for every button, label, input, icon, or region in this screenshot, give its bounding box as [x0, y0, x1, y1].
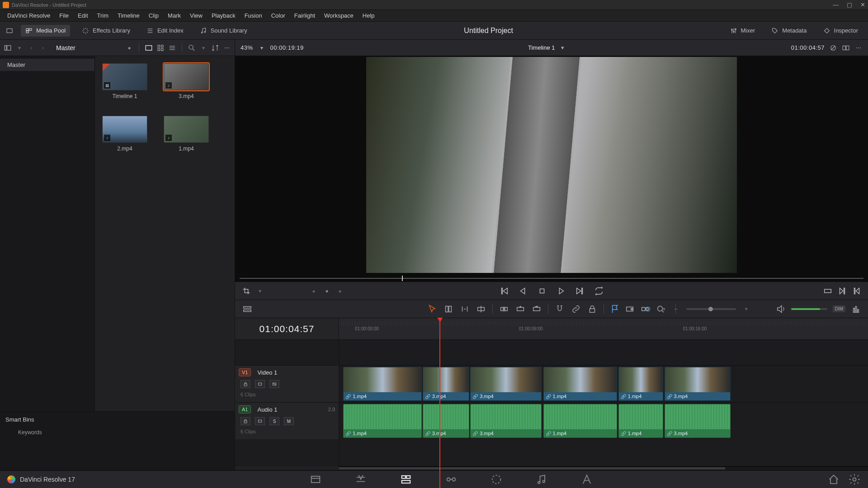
detail-zoom-icon[interactable]	[640, 304, 650, 314]
go-end-icon[interactable]	[575, 286, 585, 296]
sort-icon[interactable]	[211, 44, 219, 52]
step-back-icon[interactable]	[518, 286, 528, 296]
viewer-options-icon[interactable]: ⋯	[854, 44, 863, 52]
overwrite-clip-icon[interactable]	[515, 304, 525, 314]
mixer-toggle[interactable]: Mixer	[726, 25, 760, 37]
snap-icon[interactable]	[555, 304, 565, 314]
audio-clip[interactable]: 🔗3.mp4	[470, 404, 542, 438]
bin-path[interactable]: Master	[51, 44, 85, 52]
track-disable-icon[interactable]	[269, 380, 279, 388]
menu-app[interactable]: DaVinci Resolve	[3, 10, 55, 21]
video-clip[interactable]: 🔗1.mp4	[543, 367, 618, 401]
video-clip[interactable]: 🔗3.mp4	[470, 367, 542, 401]
video-clip[interactable]: 🔗3.mp4	[665, 367, 731, 401]
zoom-slider[interactable]	[686, 308, 736, 310]
bin-item-timeline[interactable]: ▦ Timeline 1	[102, 63, 147, 99]
timeline-timecode[interactable]: 01:00:04:57	[235, 318, 339, 339]
full-extent-icon[interactable]	[625, 304, 635, 314]
bypass-fx-icon[interactable]	[829, 44, 837, 52]
audio-clip[interactable]: 🔗1.mp4	[543, 404, 618, 438]
menu-trim[interactable]: Trim	[93, 10, 113, 21]
list-view-icon[interactable]	[168, 44, 176, 52]
video-clip[interactable]: 🔗3.mp4	[423, 367, 469, 401]
next-edit-icon[interactable]	[837, 286, 847, 296]
zoom-out-icon[interactable]: −	[671, 304, 681, 314]
nav-fwd-icon[interactable]: ›	[39, 44, 47, 52]
search-dropdown-icon[interactable]: ▾	[199, 44, 208, 52]
blade-tool-icon[interactable]	[476, 304, 486, 314]
menu-help[interactable]: Help	[358, 10, 379, 21]
audio-clip[interactable]: 🔗3.mp4	[423, 404, 469, 438]
search-icon[interactable]	[188, 44, 196, 52]
effects-library-toggle[interactable]: Effects Library	[77, 25, 135, 37]
playhead[interactable]	[439, 318, 440, 488]
volume-slider[interactable]	[791, 308, 827, 310]
settings-icon[interactable]	[848, 473, 861, 486]
dual-viewer-icon[interactable]	[842, 44, 850, 52]
sound-library-toggle[interactable]: Sound Library	[195, 25, 252, 37]
match-frame-next-icon[interactable]: ▸	[335, 286, 345, 296]
track-lock-icon[interactable]	[241, 417, 250, 425]
home-icon[interactable]	[827, 473, 840, 486]
smart-bins-header[interactable]: Smart Bins	[5, 416, 229, 423]
thumb-view-active-icon[interactable]	[145, 44, 153, 52]
menu-dots-icon[interactable]: ⋯	[223, 44, 231, 52]
fairlight-page-icon[interactable]	[535, 473, 548, 486]
source-timecode[interactable]: 00:00:19:19	[270, 44, 304, 51]
color-page-icon[interactable]	[490, 473, 503, 486]
timeline-ruler[interactable]: 01:00:00:00 01:00:08:00 01:00:16:00	[339, 318, 868, 339]
a1-dest-badge[interactable]: A1	[239, 405, 251, 413]
stop-icon[interactable]	[537, 286, 547, 296]
bin-item-clip[interactable]: ♪ 1.mp4	[164, 116, 209, 152]
viewer-scrub[interactable]	[240, 275, 863, 282]
auto-select-icon[interactable]	[255, 417, 265, 425]
tree-master[interactable]: Master	[0, 59, 94, 71]
crop-mode-icon[interactable]	[241, 286, 251, 296]
fusion-page-icon[interactable]	[445, 473, 458, 486]
sidebar-toggle-icon[interactable]	[4, 44, 12, 52]
v1-dest-badge[interactable]: V1	[239, 368, 251, 376]
nav-back-icon[interactable]: ‹	[27, 44, 35, 52]
video-clip[interactable]: 🔗1.mp4	[618, 367, 663, 401]
scrub-head[interactable]	[402, 276, 403, 281]
timeline-minimap[interactable]	[339, 466, 868, 470]
menu-playback[interactable]: Playback	[207, 10, 240, 21]
zoom-percent[interactable]: 43%	[241, 44, 253, 51]
menu-edit[interactable]: Edit	[73, 10, 92, 21]
bin-item-clip[interactable]: ♪ 3.mp4	[164, 63, 209, 99]
flag-icon[interactable]	[610, 304, 620, 314]
edit-index-toggle[interactable]: Edit Index	[142, 25, 188, 37]
custom-zoom-icon[interactable]	[656, 304, 665, 314]
audio-clip[interactable]: 🔗1.mp4	[343, 404, 421, 438]
cut-page-icon[interactable]	[354, 473, 367, 486]
zoom-dropdown-icon[interactable]: ▾	[258, 44, 266, 52]
link-icon[interactable]	[571, 304, 581, 314]
match-frame-dot-icon[interactable]: ●	[322, 286, 332, 296]
record-timecode[interactable]: 01:00:04:57	[791, 44, 825, 51]
grid-view-icon[interactable]	[156, 44, 165, 52]
audio-clip[interactable]: 🔗3.mp4	[665, 404, 731, 438]
zoom-in-icon[interactable]: +	[741, 304, 751, 314]
close-button[interactable]: ✕	[860, 1, 865, 8]
inspector-toggle[interactable]: Inspector	[819, 25, 863, 37]
menu-timeline[interactable]: Timeline	[113, 10, 144, 21]
minimize-button[interactable]: —	[833, 1, 839, 8]
match-frame-prev-icon[interactable]: ◂	[308, 286, 318, 296]
menu-color[interactable]: Color	[267, 10, 290, 21]
deliver-page-icon[interactable]	[580, 473, 593, 486]
menu-view[interactable]: View	[185, 10, 207, 21]
menu-clip[interactable]: Clip	[144, 10, 163, 21]
smart-bins-keywords[interactable]: Keywords	[5, 429, 229, 436]
menu-fairlight[interactable]: Fairlight	[290, 10, 320, 21]
loop-icon[interactable]	[594, 286, 604, 296]
menu-file[interactable]: File	[55, 10, 73, 21]
maximize-button[interactable]: ▢	[847, 1, 852, 8]
crop-dropdown-icon[interactable]: ▾	[255, 286, 265, 296]
insert-clip-icon[interactable]	[499, 304, 509, 314]
lock-icon[interactable]	[587, 304, 597, 314]
viewer[interactable]	[235, 56, 868, 282]
metadata-toggle[interactable]: Metadata	[767, 25, 811, 37]
go-start-icon[interactable]	[499, 286, 509, 296]
in-out-range-icon[interactable]	[823, 286, 833, 296]
prev-edit-icon[interactable]	[852, 286, 862, 296]
